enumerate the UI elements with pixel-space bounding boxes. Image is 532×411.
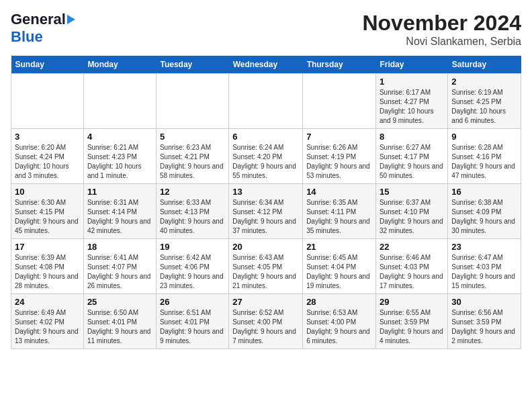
calendar-week-row: 3Sunrise: 6:20 AM Sunset: 4:24 PM Daylig… — [11, 129, 521, 184]
column-header-monday: Monday — [83, 56, 156, 74]
day-info: Sunrise: 6:55 AM Sunset: 3:59 PM Dayligh… — [380, 308, 444, 346]
day-info: Sunrise: 6:50 AM Sunset: 4:01 PM Dayligh… — [87, 308, 152, 346]
column-header-thursday: Thursday — [303, 56, 376, 74]
day-info: Sunrise: 6:28 AM Sunset: 4:16 PM Dayligh… — [451, 143, 517, 181]
day-info: Sunrise: 6:34 AM Sunset: 4:12 PM Dayligh… — [232, 198, 299, 236]
day-info: Sunrise: 6:39 AM Sunset: 4:08 PM Dayligh… — [15, 253, 80, 291]
calendar-cell: 21Sunrise: 6:45 AM Sunset: 4:04 PM Dayli… — [303, 239, 376, 294]
day-info: Sunrise: 6:56 AM Sunset: 3:59 PM Dayligh… — [451, 308, 517, 346]
day-info: Sunrise: 6:42 AM Sunset: 4:06 PM Dayligh… — [160, 253, 225, 291]
day-number: 30 — [451, 297, 517, 307]
day-number: 21 — [306, 242, 372, 252]
day-info: Sunrise: 6:19 AM Sunset: 4:25 PM Dayligh… — [451, 88, 517, 126]
calendar-cell — [229, 74, 303, 129]
calendar-cell — [11, 74, 84, 129]
day-number: 28 — [306, 297, 372, 307]
logo-text-blue: Blue — [11, 28, 43, 45]
day-number: 20 — [232, 242, 299, 252]
column-header-saturday: Saturday — [448, 56, 521, 74]
day-info: Sunrise: 6:46 AM Sunset: 4:03 PM Dayligh… — [380, 253, 444, 291]
day-number: 27 — [232, 297, 299, 307]
calendar-week-row: 1Sunrise: 6:17 AM Sunset: 4:27 PM Daylig… — [11, 74, 521, 129]
day-info: Sunrise: 6:35 AM Sunset: 4:11 PM Dayligh… — [306, 198, 372, 236]
calendar-cell: 26Sunrise: 6:51 AM Sunset: 4:01 PM Dayli… — [156, 294, 228, 349]
day-number: 13 — [232, 187, 299, 197]
calendar-week-row: 17Sunrise: 6:39 AM Sunset: 4:08 PM Dayli… — [11, 239, 521, 294]
day-info: Sunrise: 6:26 AM Sunset: 4:19 PM Dayligh… — [306, 143, 372, 181]
calendar-cell: 2Sunrise: 6:19 AM Sunset: 4:25 PM Daylig… — [448, 74, 521, 129]
day-info: Sunrise: 6:37 AM Sunset: 4:10 PM Dayligh… — [380, 198, 444, 236]
day-number: 16 — [451, 187, 517, 197]
day-info: Sunrise: 6:43 AM Sunset: 4:05 PM Dayligh… — [232, 253, 299, 291]
day-number: 11 — [87, 187, 152, 197]
month-year-title: November 2024 — [362, 11, 521, 36]
calendar-cell: 11Sunrise: 6:31 AM Sunset: 4:14 PM Dayli… — [83, 184, 156, 239]
calendar-cell: 5Sunrise: 6:23 AM Sunset: 4:21 PM Daylig… — [156, 129, 228, 184]
day-info: Sunrise: 6:38 AM Sunset: 4:09 PM Dayligh… — [451, 198, 517, 236]
day-number: 1 — [380, 77, 444, 87]
day-number: 9 — [451, 132, 517, 142]
logo-text-general: General — [11, 11, 66, 28]
day-number: 15 — [380, 187, 444, 197]
day-info: Sunrise: 6:24 AM Sunset: 4:20 PM Dayligh… — [232, 143, 299, 181]
day-info: Sunrise: 6:21 AM Sunset: 4:23 PM Dayligh… — [87, 143, 152, 181]
calendar-table: SundayMondayTuesdayWednesdayThursdayFrid… — [11, 56, 521, 349]
calendar-header-row: SundayMondayTuesdayWednesdayThursdayFrid… — [11, 56, 521, 74]
location-subtitle: Novi Slankamen, Serbia — [362, 36, 521, 48]
title-block: November 2024 Novi Slankamen, Serbia — [362, 11, 521, 48]
day-number: 25 — [87, 297, 152, 307]
day-number: 12 — [160, 187, 225, 197]
calendar-cell: 1Sunrise: 6:17 AM Sunset: 4:27 PM Daylig… — [375, 74, 447, 129]
day-number: 29 — [380, 297, 444, 307]
column-header-sunday: Sunday — [11, 56, 84, 74]
day-number: 18 — [87, 242, 152, 252]
calendar-cell — [156, 74, 228, 129]
calendar-cell: 13Sunrise: 6:34 AM Sunset: 4:12 PM Dayli… — [229, 184, 303, 239]
calendar-cell: 4Sunrise: 6:21 AM Sunset: 4:23 PM Daylig… — [83, 129, 156, 184]
calendar-cell: 29Sunrise: 6:55 AM Sunset: 3:59 PM Dayli… — [375, 294, 447, 349]
calendar-cell: 24Sunrise: 6:49 AM Sunset: 4:02 PM Dayli… — [11, 294, 84, 349]
logo-arrow-icon — [67, 15, 75, 24]
calendar-cell: 25Sunrise: 6:50 AM Sunset: 4:01 PM Dayli… — [83, 294, 156, 349]
day-number: 26 — [160, 297, 225, 307]
day-number: 8 — [380, 132, 444, 142]
calendar-cell: 28Sunrise: 6:53 AM Sunset: 4:00 PM Dayli… — [303, 294, 376, 349]
day-number: 7 — [306, 132, 372, 142]
day-info: Sunrise: 6:23 AM Sunset: 4:21 PM Dayligh… — [160, 143, 225, 181]
calendar-cell — [303, 74, 376, 129]
calendar-cell: 19Sunrise: 6:42 AM Sunset: 4:06 PM Dayli… — [156, 239, 228, 294]
day-number: 19 — [160, 242, 225, 252]
day-info: Sunrise: 6:45 AM Sunset: 4:04 PM Dayligh… — [306, 253, 372, 291]
column-header-tuesday: Tuesday — [156, 56, 228, 74]
day-info: Sunrise: 6:30 AM Sunset: 4:15 PM Dayligh… — [15, 198, 80, 236]
day-info: Sunrise: 6:31 AM Sunset: 4:14 PM Dayligh… — [87, 198, 152, 236]
calendar-cell: 15Sunrise: 6:37 AM Sunset: 4:10 PM Dayli… — [375, 184, 447, 239]
calendar-cell: 8Sunrise: 6:27 AM Sunset: 4:17 PM Daylig… — [375, 129, 447, 184]
day-number: 22 — [380, 242, 444, 252]
column-header-friday: Friday — [375, 56, 447, 74]
calendar-cell: 30Sunrise: 6:56 AM Sunset: 3:59 PM Dayli… — [448, 294, 521, 349]
calendar-cell: 17Sunrise: 6:39 AM Sunset: 4:08 PM Dayli… — [11, 239, 84, 294]
calendar-cell: 3Sunrise: 6:20 AM Sunset: 4:24 PM Daylig… — [11, 129, 84, 184]
calendar-cell: 14Sunrise: 6:35 AM Sunset: 4:11 PM Dayli… — [303, 184, 376, 239]
day-number: 3 — [15, 132, 80, 142]
day-info: Sunrise: 6:33 AM Sunset: 4:13 PM Dayligh… — [160, 198, 225, 236]
day-info: Sunrise: 6:51 AM Sunset: 4:01 PM Dayligh… — [160, 308, 225, 346]
day-number: 10 — [15, 187, 80, 197]
day-info: Sunrise: 6:52 AM Sunset: 4:00 PM Dayligh… — [232, 308, 299, 346]
calendar-cell: 16Sunrise: 6:38 AM Sunset: 4:09 PM Dayli… — [448, 184, 521, 239]
day-info: Sunrise: 6:49 AM Sunset: 4:02 PM Dayligh… — [15, 308, 80, 346]
calendar-cell: 27Sunrise: 6:52 AM Sunset: 4:00 PM Dayli… — [229, 294, 303, 349]
column-header-wednesday: Wednesday — [229, 56, 303, 74]
day-number: 6 — [232, 132, 299, 142]
calendar-week-row: 10Sunrise: 6:30 AM Sunset: 4:15 PM Dayli… — [11, 184, 521, 239]
day-info: Sunrise: 6:47 AM Sunset: 4:03 PM Dayligh… — [451, 253, 517, 291]
logo: General Blue — [11, 11, 75, 46]
calendar-cell: 20Sunrise: 6:43 AM Sunset: 4:05 PM Dayli… — [229, 239, 303, 294]
calendar-cell: 7Sunrise: 6:26 AM Sunset: 4:19 PM Daylig… — [303, 129, 376, 184]
day-info: Sunrise: 6:41 AM Sunset: 4:07 PM Dayligh… — [87, 253, 152, 291]
calendar-cell: 18Sunrise: 6:41 AM Sunset: 4:07 PM Dayli… — [83, 239, 156, 294]
day-number: 4 — [87, 132, 152, 142]
calendar-cell — [83, 74, 156, 129]
calendar-cell: 10Sunrise: 6:30 AM Sunset: 4:15 PM Dayli… — [11, 184, 84, 239]
